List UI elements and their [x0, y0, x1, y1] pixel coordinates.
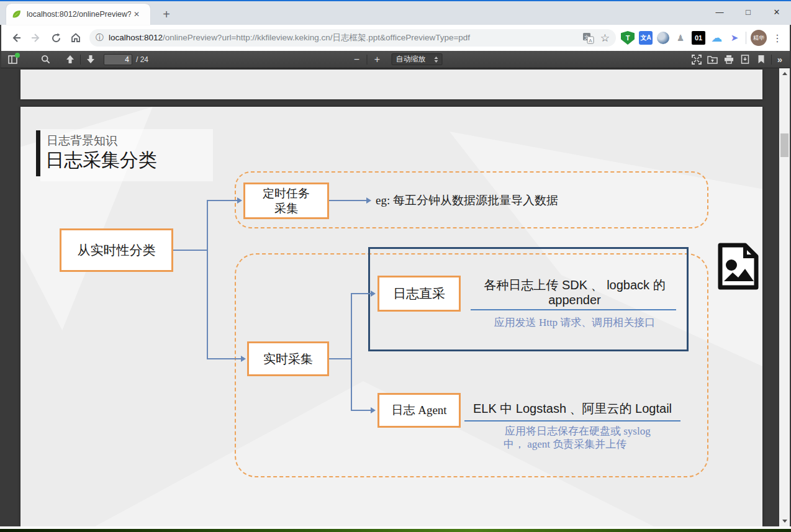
circle-extension-icon[interactable]	[657, 32, 669, 44]
forward-button[interactable]	[26, 28, 46, 48]
pdf-page: 日志背景知识 日志采集分类 从实时性分类 定时任务采集	[20, 107, 762, 526]
cloud-extension-icon[interactable]: ☁	[710, 31, 723, 45]
window-close-button[interactable]: ✕	[762, 1, 791, 25]
select-spinner-icon	[435, 55, 438, 65]
page-up-icon	[66, 55, 75, 64]
forward-icon	[30, 32, 42, 43]
toolbar-separator	[367, 55, 368, 65]
profile-avatar[interactable]: 精华	[751, 30, 767, 46]
slide-title: 日志采集分类	[45, 148, 157, 173]
scroll-down-icon	[782, 520, 787, 525]
bookmark-icon	[757, 55, 765, 64]
site-info-icon[interactable]: ⓘ	[96, 32, 104, 43]
home-icon	[70, 32, 81, 43]
scroll-down-button[interactable]	[779, 516, 790, 526]
direct-collect-desc-line1: 各种日志上传 SDK 、 logback 的	[468, 277, 682, 294]
bird-extension-icon[interactable]: ➤	[728, 31, 741, 45]
pdf-toolbar: / 24 − + 自动缩放	[0, 51, 791, 68]
connector-line	[351, 410, 371, 411]
connector-line	[329, 200, 366, 201]
browser-window: localhost:8012/onlinePreview? ✕ + — □ ✕ …	[0, 0, 791, 532]
svg-text:A: A	[589, 37, 592, 43]
address-bar[interactable]: ⓘ localhost:8012/onlinePreview?url=http:…	[89, 29, 616, 47]
shield-extension-icon[interactable]: T	[621, 31, 635, 45]
node-classify-by-realtime: 从实时性分类	[60, 228, 173, 272]
direct-collect-desc-line2: appender	[468, 293, 682, 307]
connector-line	[207, 200, 237, 201]
window-maximize-button[interactable]: □	[734, 1, 762, 25]
toolbar-separator	[746, 32, 746, 44]
open-file-button[interactable]	[705, 52, 721, 67]
zoom-out-button[interactable]: −	[349, 52, 365, 67]
direct-collect-subnote: 应用发送 Http 请求、调用相关接口	[468, 315, 682, 330]
scroll-up-button[interactable]	[779, 68, 790, 78]
page-down-icon	[86, 55, 95, 64]
connector-line	[207, 358, 241, 359]
fullscreen-icon	[692, 55, 702, 65]
connector-line	[351, 293, 352, 411]
agent-desc-title: ELK 中 Logstash 、阿里云的 Logtail	[464, 400, 680, 422]
back-button[interactable]	[6, 28, 26, 48]
url-text: localhost:8012/onlinePreview?url=http://…	[109, 32, 577, 43]
sidebar-toggle-button[interactable]	[5, 52, 21, 67]
connector-line	[173, 250, 208, 251]
toolbar-separator	[80, 55, 81, 65]
print-icon	[724, 55, 734, 64]
find-button[interactable]	[37, 52, 53, 67]
agent-subnote-line1: 应用将日志保存在硬盘或 syslog	[505, 424, 651, 438]
zoom-select-label: 自动缩放	[396, 54, 426, 65]
tab-close-icon[interactable]: ✕	[131, 9, 142, 20]
timed-example-note: eg: 每五分钟从数据源批量导入数据	[376, 192, 558, 209]
translate-page-icon[interactable]: 文A	[582, 32, 594, 44]
download-button[interactable]	[737, 52, 753, 67]
connector-line	[329, 358, 352, 359]
broken-image-placeholder-icon	[715, 243, 761, 291]
back-icon	[11, 32, 22, 43]
arrowhead-icon	[366, 197, 374, 204]
scrollbar-thumb[interactable]	[780, 133, 789, 157]
badge-01-extension-icon[interactable]: 01	[692, 31, 705, 45]
connector-line	[207, 200, 208, 359]
slide-subtitle: 日志背景知识	[47, 133, 117, 149]
agent-subnote-line2: 中， agent 负责采集并上传	[504, 437, 626, 451]
zoom-in-button[interactable]: +	[369, 52, 386, 67]
notification-dot	[15, 53, 20, 58]
print-button[interactable]	[721, 52, 737, 67]
window-minimize-button[interactable]: —	[705, 1, 734, 25]
title-accent-bar	[36, 130, 40, 176]
page-number-input[interactable]	[104, 54, 132, 65]
node-realtime-collect: 实时采集	[247, 341, 329, 376]
presentation-mode-button[interactable]	[689, 52, 705, 67]
node-timed-task-collect: 定时任务采集	[243, 183, 329, 219]
download-icon	[741, 55, 749, 64]
vertical-scrollbar[interactable]	[779, 68, 790, 526]
home-button[interactable]	[66, 28, 86, 48]
scroll-up-icon	[782, 70, 787, 75]
page-down-button[interactable]	[83, 52, 99, 67]
bookmark-star-icon[interactable]: ☆	[600, 32, 610, 45]
connector-line	[351, 293, 371, 294]
search-icon	[41, 55, 50, 64]
node-log-agent: 日志 Agent	[377, 393, 461, 428]
tab-strip: localhost:8012/onlinePreview? ✕ + — □ ✕	[0, 1, 791, 25]
page-count-label: / 24	[136, 55, 148, 64]
browser-tab[interactable]: localhost:8012/onlinePreview? ✕	[6, 4, 150, 25]
pdf-viewer: 日志背景知识 日志采集分类 从实时性分类 定时任务采集	[0, 68, 791, 526]
reload-button[interactable]	[46, 28, 66, 48]
open-file-icon	[707, 55, 718, 64]
browser-menu-button[interactable]: ⋮	[771, 32, 784, 44]
more-tools-button[interactable]: »	[774, 54, 786, 65]
bookmark-button[interactable]	[753, 52, 769, 67]
translate-extension-icon[interactable]: 文A	[639, 31, 653, 45]
spring-leaf-favicon	[11, 9, 22, 20]
desktop-edge	[0, 529, 791, 532]
person-extension-icon[interactable]: ♟	[674, 31, 687, 45]
zoom-select[interactable]: 自动缩放	[392, 53, 443, 65]
new-tab-button[interactable]: +	[158, 7, 175, 22]
previous-page-edge	[20, 70, 762, 99]
node-log-direct-collect: 日志直采	[377, 276, 461, 312]
extensions-row: T 文A ♟ 01 ☁ ➤ 精华 ⋮	[621, 30, 785, 46]
tab-title: localhost:8012/onlinePreview?	[27, 10, 131, 19]
toolbar-separator	[771, 55, 772, 65]
page-up-button[interactable]	[62, 52, 78, 67]
